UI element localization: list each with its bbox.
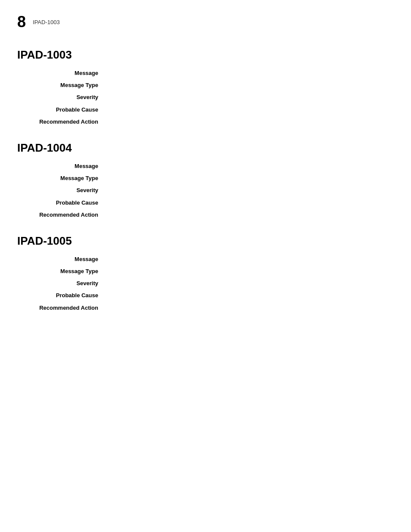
field-row-ipad-1004-2: Severity — [17, 187, 394, 194]
field-label-ipad-1003-1: Message Type — [26, 81, 103, 89]
field-label-ipad-1005-2: Severity — [26, 280, 103, 287]
field-label-ipad-1003-0: Message — [26, 69, 103, 77]
field-row-ipad-1004-0: Message — [17, 162, 394, 170]
field-label-ipad-1005-1: Message Type — [26, 268, 103, 275]
field-row-ipad-1004-1: Message Type — [17, 174, 394, 182]
section-ipad-1004: IPAD-1004MessageMessage TypeSeverityProb… — [17, 141, 394, 219]
section-title-ipad-1004: IPAD-1004 — [17, 141, 394, 155]
sections-container: IPAD-1003MessageMessage TypeSeverityProb… — [17, 48, 394, 312]
field-value-ipad-1003-4 — [103, 118, 394, 126]
field-value-ipad-1005-1 — [103, 268, 394, 275]
field-value-ipad-1004-1 — [103, 174, 394, 182]
field-value-ipad-1005-0 — [103, 255, 394, 263]
field-value-ipad-1004-2 — [103, 187, 394, 194]
field-row-ipad-1003-0: Message — [17, 69, 394, 77]
field-label-ipad-1005-4: Recommended Action — [26, 304, 103, 312]
section-ipad-1005: IPAD-1005MessageMessage TypeSeverityProb… — [17, 234, 394, 312]
field-row-ipad-1005-0: Message — [17, 255, 394, 263]
field-label-ipad-1003-2: Severity — [26, 93, 103, 101]
field-value-ipad-1003-2 — [103, 93, 394, 101]
field-value-ipad-1003-0 — [103, 69, 394, 77]
page-header: 8 IPAD-1003 — [17, 13, 394, 31]
field-value-ipad-1003-1 — [103, 81, 394, 89]
field-value-ipad-1003-3 — [103, 106, 394, 114]
field-value-ipad-1004-4 — [103, 211, 394, 219]
field-label-ipad-1003-3: Probable Cause — [26, 106, 103, 114]
field-value-ipad-1004-3 — [103, 199, 394, 207]
field-value-ipad-1004-0 — [103, 162, 394, 170]
page-number: 8 — [17, 13, 26, 31]
field-row-ipad-1005-2: Severity — [17, 280, 394, 287]
field-value-ipad-1005-2 — [103, 280, 394, 287]
field-row-ipad-1003-4: Recommended Action — [17, 118, 394, 126]
field-row-ipad-1005-3: Probable Cause — [17, 292, 394, 299]
field-row-ipad-1004-4: Recommended Action — [17, 211, 394, 219]
section-ipad-1003: IPAD-1003MessageMessage TypeSeverityProb… — [17, 48, 394, 126]
field-row-ipad-1004-3: Probable Cause — [17, 199, 394, 207]
field-row-ipad-1005-1: Message Type — [17, 268, 394, 275]
field-label-ipad-1005-3: Probable Cause — [26, 292, 103, 299]
field-label-ipad-1004-1: Message Type — [26, 174, 103, 182]
field-row-ipad-1003-1: Message Type — [17, 81, 394, 89]
field-label-ipad-1004-0: Message — [26, 162, 103, 170]
field-label-ipad-1004-3: Probable Cause — [26, 199, 103, 207]
field-row-ipad-1005-4: Recommended Action — [17, 304, 394, 312]
field-label-ipad-1004-2: Severity — [26, 187, 103, 194]
section-title-ipad-1005: IPAD-1005 — [17, 234, 394, 248]
field-value-ipad-1005-4 — [103, 304, 394, 312]
field-label-ipad-1004-4: Recommended Action — [26, 211, 103, 219]
field-value-ipad-1005-3 — [103, 292, 394, 299]
field-label-ipad-1003-4: Recommended Action — [26, 118, 103, 126]
field-row-ipad-1003-2: Severity — [17, 93, 394, 101]
page-subtitle: IPAD-1003 — [33, 19, 60, 25]
field-row-ipad-1003-3: Probable Cause — [17, 106, 394, 114]
section-title-ipad-1003: IPAD-1003 — [17, 48, 394, 62]
field-label-ipad-1005-0: Message — [26, 255, 103, 263]
